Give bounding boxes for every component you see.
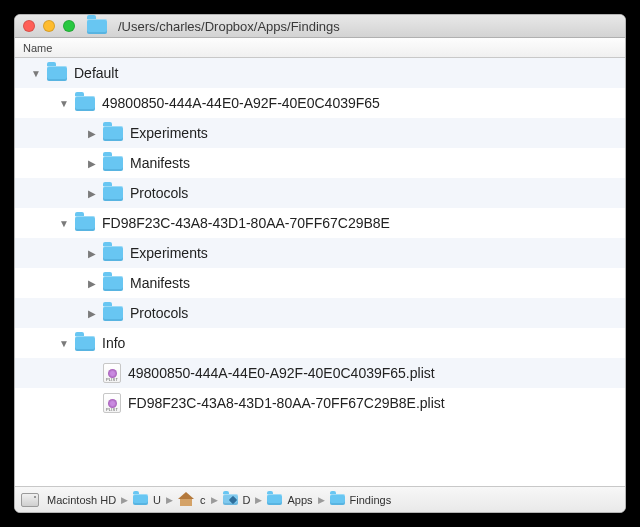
finder-window: /Users/charles/Dropbox/Apps/Findings Nam… bbox=[14, 14, 626, 513]
path-separator-icon: ▶ bbox=[255, 495, 262, 505]
dropbox-folder-icon bbox=[223, 494, 238, 505]
tree-row-label: Experiments bbox=[130, 245, 208, 261]
tree-row-label: Default bbox=[74, 65, 118, 81]
path-bar[interactable]: Macintosh HD▶U▶c▶D▶Apps▶Findings bbox=[15, 486, 625, 512]
path-segment[interactable]: Findings bbox=[330, 494, 392, 506]
home-icon bbox=[178, 493, 194, 506]
tree-row[interactable]: ▶Experiments bbox=[15, 118, 625, 148]
folder-icon bbox=[75, 216, 95, 231]
tree-row-label: 49800850-444A-44E0-A92F-40E0C4039F65.pli… bbox=[128, 365, 435, 381]
path-segment-label: c bbox=[200, 494, 206, 506]
folder-icon bbox=[103, 306, 123, 321]
path-segment[interactable]: D bbox=[223, 494, 251, 506]
path-segment-label: U bbox=[153, 494, 161, 506]
tree-row[interactable]: ▶Manifests bbox=[15, 268, 625, 298]
folder-icon bbox=[75, 336, 95, 351]
tree-row[interactable]: ▼FD98F23C-43A8-43D1-80AA-70FF67C29B8E bbox=[15, 208, 625, 238]
disclosure-triangle-icon[interactable]: ▼ bbox=[29, 66, 43, 80]
folder-icon bbox=[47, 66, 67, 81]
path-segment[interactable]: Apps bbox=[267, 494, 312, 506]
path-segment[interactable]: U bbox=[133, 494, 161, 506]
tree-row-label: Protocols bbox=[130, 185, 188, 201]
path-separator-icon: ▶ bbox=[121, 495, 128, 505]
tree-row[interactable]: ▶Experiments bbox=[15, 238, 625, 268]
tree-row-label: Protocols bbox=[130, 305, 188, 321]
folder-icon bbox=[103, 276, 123, 291]
window-title: /Users/charles/Dropbox/Apps/Findings bbox=[87, 19, 617, 34]
disclosure-triangle-icon[interactable]: ▶ bbox=[85, 306, 99, 320]
plist-file-icon bbox=[103, 393, 121, 413]
tree-row[interactable]: ▶Protocols bbox=[15, 298, 625, 328]
disclosure-triangle-icon[interactable]: ▼ bbox=[57, 216, 71, 230]
disclosure-triangle-icon[interactable]: ▶ bbox=[85, 126, 99, 140]
disclosure-triangle-icon[interactable]: ▶ bbox=[85, 276, 99, 290]
hard-drive-icon bbox=[21, 493, 39, 507]
path-segment-label: Apps bbox=[287, 494, 312, 506]
path-separator-icon: ▶ bbox=[166, 495, 173, 505]
close-icon[interactable] bbox=[23, 20, 35, 32]
tree-row[interactable]: ▼49800850-444A-44E0-A92F-40E0C4039F65 bbox=[15, 88, 625, 118]
zoom-icon[interactable] bbox=[63, 20, 75, 32]
window-title-text: /Users/charles/Dropbox/Apps/Findings bbox=[118, 19, 340, 34]
disclosure-triangle-icon[interactable]: ▶ bbox=[85, 246, 99, 260]
folder-icon bbox=[133, 494, 148, 505]
path-segment[interactable]: Macintosh HD bbox=[21, 493, 116, 507]
tree-row-label: 49800850-444A-44E0-A92F-40E0C4039F65 bbox=[102, 95, 380, 111]
file-tree[interactable]: ▼Default▼49800850-444A-44E0-A92F-40E0C40… bbox=[15, 58, 625, 486]
disclosure-triangle-icon[interactable]: ▶ bbox=[85, 156, 99, 170]
disclosure-triangle-icon[interactable]: ▼ bbox=[57, 96, 71, 110]
plist-file-icon bbox=[103, 363, 121, 383]
path-segment-label: Macintosh HD bbox=[47, 494, 116, 506]
tree-row[interactable]: ▼Info bbox=[15, 328, 625, 358]
folder-icon bbox=[267, 494, 282, 505]
path-segment[interactable]: c bbox=[178, 493, 206, 506]
tree-row[interactable]: ▼Default bbox=[15, 58, 625, 88]
tree-row[interactable]: ▶FD98F23C-43A8-43D1-80AA-70FF67C29B8E.pl… bbox=[15, 388, 625, 418]
folder-icon bbox=[103, 126, 123, 141]
path-separator-icon: ▶ bbox=[211, 495, 218, 505]
folder-icon bbox=[103, 186, 123, 201]
folder-icon bbox=[103, 156, 123, 171]
disclosure-triangle-icon[interactable]: ▶ bbox=[85, 186, 99, 200]
tree-row-label: Manifests bbox=[130, 155, 190, 171]
tree-row-label: FD98F23C-43A8-43D1-80AA-70FF67C29B8E bbox=[102, 215, 390, 231]
tree-row-label: Experiments bbox=[130, 125, 208, 141]
folder-icon bbox=[330, 494, 345, 505]
minimize-icon[interactable] bbox=[43, 20, 55, 32]
disclosure-triangle-icon[interactable]: ▼ bbox=[57, 336, 71, 350]
tree-row-label: FD98F23C-43A8-43D1-80AA-70FF67C29B8E.pli… bbox=[128, 395, 445, 411]
path-separator-icon: ▶ bbox=[318, 495, 325, 505]
folder-icon bbox=[87, 19, 107, 34]
path-segment-label: Findings bbox=[350, 494, 392, 506]
tree-row[interactable]: ▶Protocols bbox=[15, 178, 625, 208]
folder-icon bbox=[75, 96, 95, 111]
path-segment-label: D bbox=[243, 494, 251, 506]
tree-row-label: Manifests bbox=[130, 275, 190, 291]
tree-row[interactable]: ▶49800850-444A-44E0-A92F-40E0C4039F65.pl… bbox=[15, 358, 625, 388]
titlebar[interactable]: /Users/charles/Dropbox/Apps/Findings bbox=[15, 15, 625, 38]
tree-row[interactable]: ▶Manifests bbox=[15, 148, 625, 178]
tree-row-label: Info bbox=[102, 335, 125, 351]
column-header-name[interactable]: Name bbox=[15, 38, 625, 58]
folder-icon bbox=[103, 246, 123, 261]
traffic-lights bbox=[23, 20, 75, 32]
